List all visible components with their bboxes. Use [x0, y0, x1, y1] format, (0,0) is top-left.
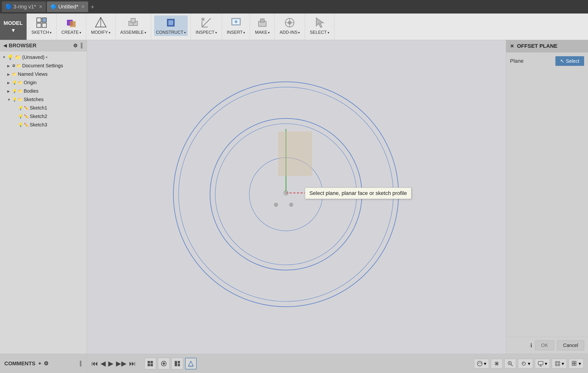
cancel-button[interactable]: Cancel: [557, 340, 584, 350]
playback-controls: ⏮ ◀ ▶ ▶▶ ⏭: [87, 354, 140, 373]
tab-untitled[interactable]: 🔷 Untitled* ✕: [47, 1, 88, 12]
comments-settings-icon[interactable]: ⚙: [44, 361, 49, 367]
tree-item-unsaved[interactable]: ▼ 💡 📁 (Unsaved) ●: [0, 53, 87, 61]
toolbar-create-button[interactable]: CREATE ▾: [59, 15, 83, 36]
svg-rect-21: [260, 19, 264, 22]
inspect-label: INSPECT ▾: [196, 30, 217, 35]
toolbar-inspect-button[interactable]: INSPECT ▾: [194, 15, 219, 36]
browser-collapse-icon[interactable]: ◀: [3, 43, 7, 48]
toolbar-sketch-group: SKETCH ▾: [27, 13, 57, 40]
svg-rect-40: [278, 131, 312, 176]
grid-dropdown[interactable]: ▾: [562, 361, 564, 366]
svg-rect-2: [37, 23, 41, 28]
svg-point-38: [274, 203, 278, 207]
offset-panel-close-icon[interactable]: ✕: [510, 43, 514, 49]
model-label: MODEL: [4, 20, 23, 26]
inspect-icon: [200, 16, 213, 29]
svg-point-19: [235, 20, 237, 23]
gear-icon: ⚙: [12, 63, 15, 68]
svg-rect-61: [538, 362, 543, 365]
svg-marker-50: [189, 361, 193, 366]
svg-rect-47: [175, 361, 177, 366]
new-tab-button[interactable]: +: [91, 3, 94, 11]
toolbar-sketch-button[interactable]: SKETCH ▾: [30, 15, 53, 36]
construct-label: CONSTRUCT ▾: [156, 30, 186, 35]
cursor-icon: ↖: [560, 58, 564, 64]
zoom-button[interactable]: [504, 359, 516, 368]
toolbar-make-button[interactable]: MAKE ▾: [253, 15, 272, 36]
tree-arrow-sketches: ▼: [7, 98, 12, 101]
create-label: CREATE ▾: [61, 30, 81, 35]
offset-panel-header: ✕ OFFSET PLANE: [506, 40, 588, 52]
timeline-icon-1[interactable]: [145, 358, 156, 369]
tab-close-untitled[interactable]: ✕: [81, 4, 85, 10]
svg-rect-72: [574, 363, 576, 365]
svg-rect-49: [178, 364, 180, 366]
ok-button[interactable]: OK: [535, 340, 554, 350]
fit-dropdown[interactable]: ▾: [528, 361, 530, 366]
tree-item-sketch2[interactable]: 💡 ✏️ Sketch2: [0, 112, 87, 121]
folder-icon: 📁: [15, 54, 21, 60]
timeline-icon-3[interactable]: [171, 358, 183, 369]
fit-view-button[interactable]: ▾: [518, 359, 533, 368]
canvas-tooltip: Select plane, planar face or sketch prof…: [305, 187, 412, 199]
toolbar-assemble-button[interactable]: ASSEMBLE ▾: [118, 15, 148, 36]
svg-rect-71: [572, 363, 574, 365]
browser-settings-icon[interactable]: ⚙: [73, 43, 78, 49]
pencil-sketch3-icon: ✏️: [24, 122, 29, 127]
toolbar-select-button[interactable]: SELECT ▾: [308, 15, 331, 36]
tree-arrow-unsaved: ▼: [2, 55, 7, 59]
display-dropdown[interactable]: ▾: [545, 361, 547, 366]
offset-panel-footer: ℹ OK Cancel: [506, 337, 588, 354]
toolbar-insert-group: INSERT ▾: [222, 13, 250, 40]
toolbar-modify-group: MODIFY ▾: [86, 13, 116, 40]
svg-rect-48: [178, 361, 180, 363]
grid-button[interactable]: ▾: [552, 359, 567, 368]
playback-next-button[interactable]: ▶▶: [116, 360, 126, 367]
main-layout: ◀ BROWSER ⚙ ║ ▼ 💡 📁 (Unsaved) ● ▶ ⚙ 📁: [0, 40, 588, 354]
playback-prev-button[interactable]: ◀: [101, 360, 106, 367]
tab-close-3ring[interactable]: ✕: [39, 4, 42, 10]
sidebar-collapse-right[interactable]: ║: [79, 361, 82, 366]
orbit-dropdown[interactable]: ▾: [484, 361, 486, 366]
view-cube-dropdown[interactable]: ▾: [578, 361, 581, 366]
tree-item-named-views[interactable]: ▶ 📁 Named Views: [0, 70, 87, 78]
svg-rect-12: [168, 20, 173, 25]
playback-play-button[interactable]: ▶: [108, 360, 114, 367]
info-icon[interactable]: ℹ: [530, 342, 532, 349]
toolbar-modify-button[interactable]: MODIFY ▾: [89, 15, 112, 36]
tree-label-sketch2: Sketch2: [30, 114, 47, 119]
tree-item-sketch3[interactable]: 💡 ✏️ Sketch3: [0, 121, 87, 129]
tree-item-doc-settings[interactable]: ▶ ⚙ 📁 Document Settings: [0, 61, 87, 70]
model-menu-button[interactable]: MODEL ▾: [0, 13, 27, 40]
plane-select-button[interactable]: ↖ Select: [555, 56, 584, 66]
comments-add-icon[interactable]: +: [38, 361, 41, 367]
light-sketch2-icon: 💡: [18, 114, 23, 119]
timeline-icon-2[interactable]: [158, 358, 170, 369]
tree-item-origin[interactable]: ▶ 💡 📁 Origin: [0, 78, 87, 87]
toolbar-insert-button[interactable]: INSERT ▾: [225, 15, 247, 36]
tree-item-sketch1[interactable]: 💡 ✏️ Sketch1: [0, 104, 87, 112]
insert-label: INSERT ▾: [227, 30, 245, 35]
tree-item-bodies[interactable]: ▶ 💡 📁 Bodies: [0, 87, 87, 95]
assemble-icon: [127, 16, 139, 29]
playback-last-button[interactable]: ⏭: [129, 360, 136, 367]
svg-rect-1: [42, 18, 46, 22]
tab-3ring[interactable]: 🔵 3-ring v1* ✕: [2, 1, 46, 12]
view-cube-button[interactable]: ▾: [569, 359, 584, 368]
record-icon: ●: [45, 55, 48, 59]
plane-row: Plane ↖ Select: [510, 56, 584, 66]
svg-point-39: [289, 203, 293, 207]
tree-item-sketches[interactable]: ▼ 💡 📁 Sketches: [0, 95, 87, 104]
toolbar-addins-button[interactable]: ADD-INS ▾: [278, 15, 302, 36]
playback-first-button[interactable]: ⏮: [91, 360, 98, 367]
construct-icon: [165, 16, 177, 29]
canvas-viewport[interactable]: Select plane, planar face or sketch prof…: [87, 40, 506, 354]
timeline-icon-4[interactable]: [185, 358, 197, 369]
browser-collapse-right-icon[interactable]: ║: [80, 43, 83, 49]
tree-label-unsaved: (Unsaved): [22, 55, 44, 60]
pan-button[interactable]: [491, 359, 503, 368]
display-mode-button[interactable]: ▾: [535, 359, 550, 368]
toolbar-construct-button[interactable]: CONSTRUCT ▾: [154, 15, 188, 36]
orbit-button[interactable]: ▾: [474, 359, 489, 368]
